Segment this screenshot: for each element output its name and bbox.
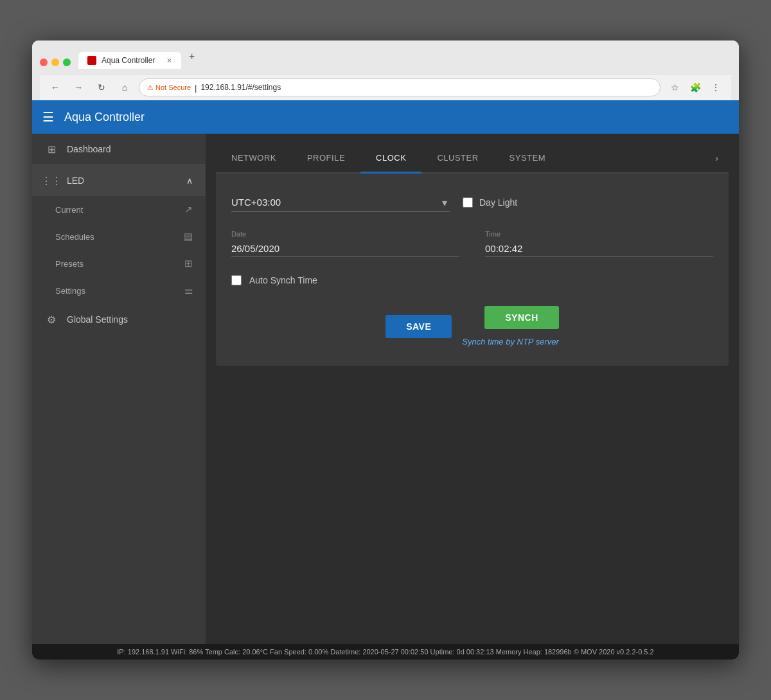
timezone-select[interactable]: UTC-12:00 UTC-11:00 UTC-10:00 UTC-09:00 …: [231, 193, 450, 212]
tab-profile[interactable]: PROFILE: [292, 144, 360, 174]
daylight-checkbox[interactable]: [463, 197, 473, 208]
time-field-group: Time: [485, 230, 713, 257]
date-time-row: Date Time: [231, 230, 713, 257]
daylight-checkbox-label[interactable]: Day Light: [463, 197, 517, 208]
sidebar-item-dashboard[interactable]: ⊞ Dashboard: [32, 134, 206, 165]
sidebar-led-group[interactable]: ⋮⋮ LED ∧: [32, 165, 206, 196]
clock-content: UTC-12:00 UTC-11:00 UTC-10:00 UTC-09:00 …: [216, 174, 729, 366]
sidebar-led-label: LED: [67, 175, 84, 186]
tab-system[interactable]: SYSTEM: [494, 144, 561, 174]
led-chevron-icon: ∧: [186, 175, 193, 186]
home-button[interactable]: ⌂: [116, 78, 134, 96]
traffic-light-minimize[interactable]: [51, 58, 59, 66]
sidebar-settings-led-label: Settings: [55, 286, 85, 296]
tab-favicon: [87, 56, 96, 65]
reload-button[interactable]: ↻: [93, 78, 111, 96]
date-field-group: Date: [231, 230, 459, 257]
daylight-label: Day Light: [479, 197, 517, 208]
status-bar: IP: 192.168.1.91 WiFi: 86% Temp Calc: 20…: [32, 644, 739, 660]
settings-led-icon: ⚌: [184, 285, 193, 296]
tab-close-button[interactable]: ✕: [166, 57, 172, 65]
ntp-hint: Synch time by NTP server: [462, 337, 559, 346]
sidebar-dashboard-label: Dashboard: [67, 144, 111, 154]
presets-icon: ⊞: [184, 258, 193, 269]
tabs-bar: NETWORK PROFILE CLOCK CLUSTER SYSTEM ›: [216, 144, 729, 174]
tab-clock[interactable]: CLOCK: [360, 144, 421, 174]
bookmark-button[interactable]: ☆: [666, 78, 684, 96]
traffic-light-close[interactable]: [40, 58, 48, 66]
back-button[interactable]: ←: [46, 78, 64, 96]
current-icon: ↗: [184, 204, 193, 215]
sidebar-item-global-settings[interactable]: ⚙ Global Settings: [32, 304, 206, 335]
date-input[interactable]: [231, 240, 459, 257]
save-button[interactable]: SAVE: [386, 315, 452, 338]
tab-cluster[interactable]: CLUSTER: [421, 144, 493, 174]
timezone-row: UTC-12:00 UTC-11:00 UTC-10:00 UTC-09:00 …: [231, 193, 713, 212]
global-settings-icon: ⚙: [45, 313, 58, 326]
auto-synch-checkbox[interactable]: [231, 275, 242, 285]
main-content: NETWORK PROFILE CLOCK CLUSTER SYSTEM ›: [206, 134, 739, 644]
date-label: Date: [231, 230, 459, 238]
synch-button[interactable]: SYNCH: [484, 306, 559, 329]
sidebar-global-settings-label: Global Settings: [67, 314, 128, 325]
auto-synch-label: Auto Synch Time: [249, 275, 317, 285]
timezone-select-wrapper: UTC-12:00 UTC-11:00 UTC-10:00 UTC-09:00 …: [231, 193, 450, 212]
led-icon: ⋮⋮: [45, 174, 58, 187]
buttons-row: SAVE SYNCH Synch time by NTP server: [231, 306, 713, 346]
menu-button[interactable]: ⋮: [707, 78, 725, 96]
extensions-button[interactable]: 🧩: [686, 78, 704, 96]
hamburger-icon[interactable]: ☰: [42, 109, 54, 125]
browser-tab-active[interactable]: Aqua Controller ✕: [78, 52, 181, 69]
address-bar[interactable]: ⚠ Not Secure | 192.168.1.91/#/settings: [139, 78, 660, 96]
sidebar-schedules-label: Schedules: [55, 232, 94, 242]
sidebar: ⊞ Dashboard ⋮⋮ LED ∧ Current ↗ Schedules: [32, 134, 206, 644]
url-text: 192.168.1.91/#/settings: [200, 83, 281, 92]
settings-panel: NETWORK PROFILE CLOCK CLUSTER SYSTEM ›: [216, 144, 729, 366]
security-warning: ⚠ Not Secure: [147, 84, 191, 92]
time-label: Time: [485, 230, 713, 238]
sidebar-item-settings[interactable]: Settings ⚌: [32, 277, 206, 304]
sidebar-presets-label: Presets: [55, 259, 84, 269]
app-header: ☰ Aqua Controller: [32, 100, 739, 134]
status-bar-text: IP: 192.168.1.91 WiFi: 86% Temp Calc: 20…: [117, 648, 653, 656]
tab-label: Aqua Controller: [102, 56, 155, 65]
forward-button[interactable]: →: [69, 78, 87, 96]
sidebar-current-label: Current: [55, 205, 83, 215]
time-input[interactable]: [485, 240, 713, 257]
tabs-chevron-icon[interactable]: ›: [705, 144, 729, 172]
sidebar-item-presets[interactable]: Presets ⊞: [32, 250, 206, 277]
new-tab-button[interactable]: +: [182, 47, 201, 69]
traffic-light-maximize[interactable]: [63, 58, 71, 66]
tab-network[interactable]: NETWORK: [216, 144, 292, 174]
app-title: Aqua Controller: [64, 111, 145, 124]
sidebar-item-schedules[interactable]: Schedules ▤: [32, 223, 206, 250]
dashboard-icon: ⊞: [45, 143, 58, 156]
schedules-icon: ▤: [184, 231, 193, 242]
sidebar-item-current[interactable]: Current ↗: [32, 196, 206, 223]
auto-synch-row: Auto Synch Time: [231, 275, 713, 285]
